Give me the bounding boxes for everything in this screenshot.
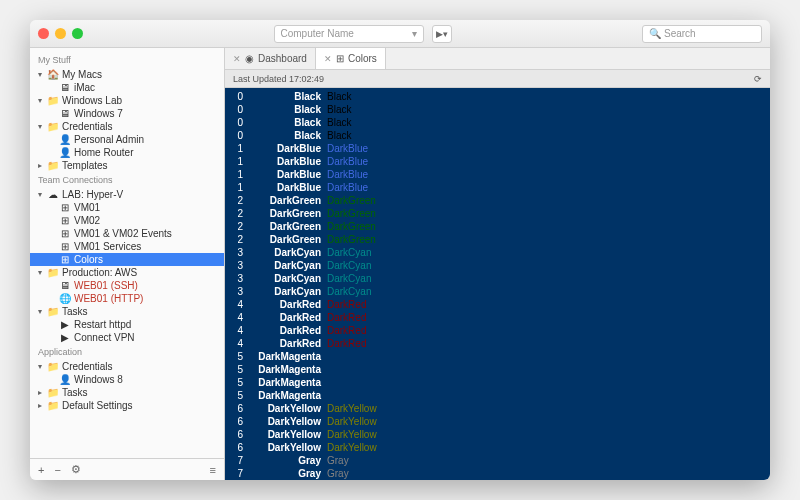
- item-label: Tasks: [62, 306, 218, 317]
- terminal-row: 4DarkRedDarkRed: [229, 324, 766, 337]
- terminal-row: 6DarkYellowDarkYellow: [229, 402, 766, 415]
- tree-item[interactable]: ▾📁Credentials: [30, 360, 224, 373]
- item-icon: ▶: [59, 332, 71, 343]
- play-button[interactable]: ▶▾: [432, 25, 452, 43]
- item-icon: 📁: [47, 121, 59, 132]
- item-icon: 🏠: [47, 69, 59, 80]
- disclosure-icon[interactable]: ▾: [36, 268, 44, 277]
- tree-item[interactable]: ▾📁Tasks: [30, 305, 224, 318]
- tree-item[interactable]: 🖥WEB01 (SSH): [30, 279, 224, 292]
- search-icon: 🔍: [649, 28, 661, 39]
- close-icon[interactable]: [38, 28, 49, 39]
- tree-item[interactable]: ▾☁LAB: Hyper-V: [30, 188, 224, 201]
- tree-item[interactable]: ⊞VM01 Services: [30, 240, 224, 253]
- disclosure-icon[interactable]: ▸: [36, 388, 44, 397]
- disclosure-icon[interactable]: ▾: [36, 190, 44, 199]
- terminal-row: 4DarkRedDarkRed: [229, 337, 766, 350]
- tree-item[interactable]: ▶Connect VPN: [30, 331, 224, 344]
- item-label: Personal Admin: [74, 134, 218, 145]
- terminal-row: 0BlackBlack: [229, 103, 766, 116]
- tab-label: Colors: [348, 53, 377, 64]
- tree-item[interactable]: 👤Home Router: [30, 146, 224, 159]
- disclosure-icon[interactable]: ▸: [36, 161, 44, 170]
- remove-button[interactable]: −: [54, 464, 60, 476]
- item-icon: 📁: [47, 400, 59, 411]
- item-icon: 🖥: [59, 108, 71, 119]
- tree[interactable]: My Stuff▾🏠My Macs🖥iMac▾📁Windows Lab🖥Wind…: [30, 48, 224, 458]
- tab-bar: ✕◉Dashboard✕⊞Colors: [225, 48, 770, 70]
- tree-item[interactable]: ▾📁Production: AWS: [30, 266, 224, 279]
- item-label: Credentials: [62, 361, 218, 372]
- item-icon: ⊞: [59, 228, 71, 239]
- zoom-icon[interactable]: [72, 28, 83, 39]
- item-label: Windows 7: [74, 108, 218, 119]
- reload-icon[interactable]: ⟳: [754, 74, 762, 84]
- tree-item[interactable]: ▾📁Windows Lab: [30, 94, 224, 107]
- tree-item[interactable]: ▸📁Templates: [30, 159, 224, 172]
- tree-item[interactable]: ⊞VM01 & VM02 Events: [30, 227, 224, 240]
- item-label: LAB: Hyper-V: [62, 189, 218, 200]
- search-input[interactable]: 🔍Search: [642, 25, 762, 43]
- tree-item[interactable]: ⊞Colors: [30, 253, 224, 266]
- item-label: VM01 Services: [74, 241, 218, 252]
- address-field[interactable]: Computer Name▾: [274, 25, 424, 43]
- menu-icon[interactable]: ≡: [210, 464, 216, 476]
- add-button[interactable]: +: [38, 464, 44, 476]
- tree-item[interactable]: ▶Restart httpd: [30, 318, 224, 331]
- tree-item[interactable]: ▸📁Default Settings: [30, 399, 224, 412]
- item-icon: ▶: [59, 319, 71, 330]
- tab[interactable]: ✕⊞Colors: [316, 48, 386, 69]
- terminal-row: 2DarkGreenDarkGreen: [229, 207, 766, 220]
- item-icon: 👤: [59, 147, 71, 158]
- disclosure-icon[interactable]: ▾: [36, 122, 44, 131]
- terminal-row: 1DarkBlueDarkBlue: [229, 181, 766, 194]
- item-icon: 🖥: [59, 82, 71, 93]
- item-label: Credentials: [62, 121, 218, 132]
- tab-label: Dashboard: [258, 53, 307, 64]
- tree-item[interactable]: ⊞VM01: [30, 201, 224, 214]
- close-tab-icon[interactable]: ✕: [324, 54, 332, 64]
- item-label: Windows 8: [74, 374, 218, 385]
- terminal-row: 7GrayGray: [229, 454, 766, 467]
- tree-item[interactable]: ▸📁Tasks: [30, 386, 224, 399]
- terminal-row: 5DarkMagenta: [229, 363, 766, 376]
- tree-section-header: My Stuff: [30, 52, 224, 68]
- sidebar: My Stuff▾🏠My Macs🖥iMac▾📁Windows Lab🖥Wind…: [30, 48, 225, 480]
- app-window: Computer Name▾ ▶▾ 🔍Search My Stuff▾🏠My M…: [30, 20, 770, 480]
- item-icon: 📁: [47, 160, 59, 171]
- terminal-row: 4DarkRedDarkRed: [229, 298, 766, 311]
- terminal-row: 2DarkGreenDarkGreen: [229, 233, 766, 246]
- tab[interactable]: ✕◉Dashboard: [225, 48, 316, 69]
- tree-item[interactable]: 👤Windows 8: [30, 373, 224, 386]
- tree-item[interactable]: ▾📁Credentials: [30, 120, 224, 133]
- item-icon: 📁: [47, 361, 59, 372]
- disclosure-icon[interactable]: ▾: [36, 362, 44, 371]
- tree-item[interactable]: 🖥iMac: [30, 81, 224, 94]
- tree-item[interactable]: 🖥Windows 7: [30, 107, 224, 120]
- tree-item[interactable]: ▾🏠My Macs: [30, 68, 224, 81]
- terminal-row: 1DarkBlueDarkBlue: [229, 142, 766, 155]
- item-label: My Macs: [62, 69, 218, 80]
- tree-item[interactable]: 🌐WEB01 (HTTP): [30, 292, 224, 305]
- disclosure-icon[interactable]: ▸: [36, 401, 44, 410]
- close-tab-icon[interactable]: ✕: [233, 54, 241, 64]
- item-icon: 👤: [59, 374, 71, 385]
- disclosure-icon[interactable]: ▾: [36, 96, 44, 105]
- item-label: iMac: [74, 82, 218, 93]
- item-label: Production: AWS: [62, 267, 218, 278]
- item-icon: ⊞: [59, 202, 71, 213]
- tree-item[interactable]: 👤Personal Admin: [30, 133, 224, 146]
- tree-item[interactable]: ⊞VM02: [30, 214, 224, 227]
- gear-icon[interactable]: ⚙: [71, 463, 81, 476]
- item-icon: 🌐: [59, 293, 71, 304]
- disclosure-icon[interactable]: ▾: [36, 307, 44, 316]
- main-pane: ✕◉Dashboard✕⊞Colors Last Updated 17:02:4…: [225, 48, 770, 480]
- disclosure-icon[interactable]: ▾: [36, 70, 44, 79]
- terminal-row: 5DarkMagenta: [229, 376, 766, 389]
- minimize-icon[interactable]: [55, 28, 66, 39]
- terminal-row: 1DarkBlueDarkBlue: [229, 155, 766, 168]
- terminal-output[interactable]: 0BlackBlack0BlackBlack0BlackBlack0BlackB…: [225, 88, 770, 480]
- terminal-row: 5DarkMagenta: [229, 350, 766, 363]
- tab-icon: ◉: [245, 53, 254, 64]
- item-label: VM01 & VM02 Events: [74, 228, 218, 239]
